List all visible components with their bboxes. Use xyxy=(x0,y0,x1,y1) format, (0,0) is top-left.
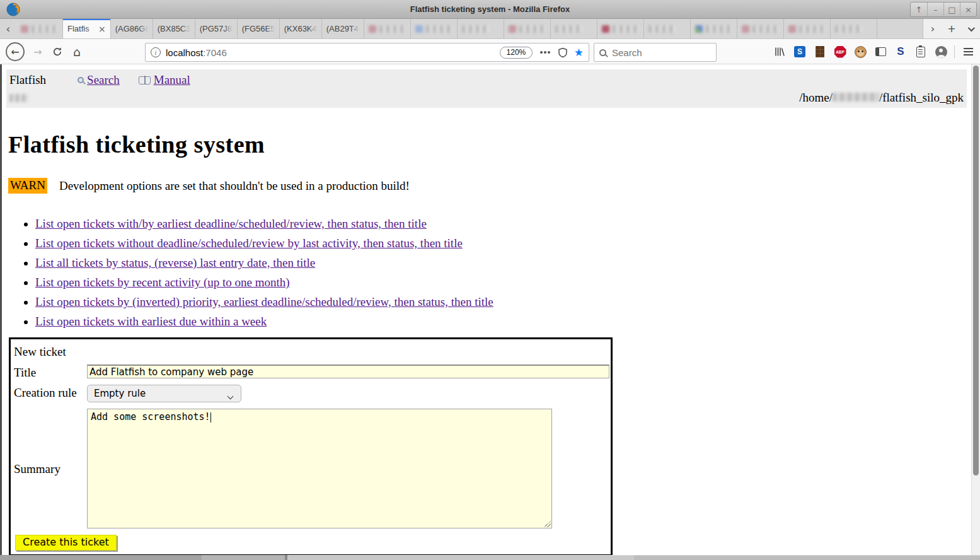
creation-rule-select[interactable]: Empty rule xyxy=(87,385,241,402)
tab-redacted[interactable] xyxy=(458,19,504,38)
tab-redacted[interactable] xyxy=(691,19,737,38)
tab-redacted[interactable] xyxy=(737,19,784,38)
create-ticket-button[interactable]: Create this ticket xyxy=(15,535,117,551)
warning-row: WARN Development options are set that sh… xyxy=(8,178,967,194)
home-icon: ⌂ xyxy=(73,45,81,59)
repository-path: /home//flatfish_silo_gpk xyxy=(799,91,964,105)
navigation-toolbar: ← → ⌂ i localhost:7046 120% ★ xyxy=(0,40,980,64)
tab-active-flatfish[interactable]: Flatfis × xyxy=(63,19,111,38)
reload-button[interactable] xyxy=(48,42,67,61)
firefox-icon xyxy=(6,3,20,16)
search-link[interactable]: Search xyxy=(87,73,120,87)
menu-button[interactable] xyxy=(961,45,975,59)
list-item: List open tickets by recent activity (up… xyxy=(35,276,967,289)
plus-icon: + xyxy=(947,23,955,35)
tab-label: Flatfis xyxy=(67,24,95,33)
close-icon: × xyxy=(965,5,972,15)
scrollbar-thumb[interactable] xyxy=(973,66,979,475)
desktop-edge-strip xyxy=(0,555,980,560)
toolbar-separator xyxy=(954,45,955,58)
site-info-icon[interactable]: i xyxy=(151,47,161,57)
search-bar[interactable] xyxy=(594,43,717,62)
tab-4[interactable]: (FG56E5 xyxy=(238,19,280,38)
tampermonkey-icon[interactable] xyxy=(853,45,867,59)
window-pin-button[interactable]: ↑ xyxy=(911,3,927,16)
adblock-plus-icon[interactable]: ABP xyxy=(833,45,847,59)
ticket-link-4[interactable]: List open tickets by recent activity (up… xyxy=(35,276,290,289)
new-ticket-form: New ticket Title Creation rule Empty rul… xyxy=(9,337,613,556)
tab-redacted[interactable] xyxy=(504,19,551,38)
page-actions-icon[interactable] xyxy=(540,51,550,54)
tab-label: (AB29T4 xyxy=(326,24,359,33)
title-input[interactable] xyxy=(87,365,609,378)
tab-redacted[interactable] xyxy=(364,19,411,38)
manual-link[interactable]: Manual xyxy=(154,73,190,87)
tab-3[interactable]: (PG57J8L xyxy=(195,19,238,38)
window-controls: ↑ – □ × xyxy=(910,2,977,17)
page-scrollbar[interactable] xyxy=(971,64,980,555)
shield-icon[interactable] xyxy=(558,47,568,58)
tab-scroll-left-button[interactable]: ‹ xyxy=(0,19,16,38)
zoom-level-badge[interactable]: 120% xyxy=(500,47,533,59)
window-titlebar: Flatfish ticketing system - Mozilla Fire… xyxy=(0,0,980,19)
tab-label: (KX63K4 xyxy=(284,24,317,33)
stylus-extension-icon[interactable]: S xyxy=(793,45,807,59)
ticket-link-1[interactable]: List open tickets with/by earliest deadl… xyxy=(35,217,427,230)
tab-2[interactable]: (BX85C3 xyxy=(153,19,195,38)
ticket-link-6[interactable]: List open tickets with earliest due with… xyxy=(35,315,267,328)
tab-redacted[interactable] xyxy=(597,19,644,38)
tab-redacted[interactable] xyxy=(16,19,63,38)
redacted-text xyxy=(9,94,28,102)
tab-redacted[interactable] xyxy=(551,19,597,38)
site-brand: Flatfish xyxy=(9,73,46,87)
bookmark-star-icon[interactable]: ★ xyxy=(574,46,584,59)
tabbar-controls: › + xyxy=(923,19,980,38)
forward-icon: → xyxy=(33,46,42,58)
manual-book-icon xyxy=(139,76,151,85)
account-icon[interactable] xyxy=(934,45,948,59)
tab-1[interactable]: (AG86G6 xyxy=(111,19,153,38)
creation-rule-label: Creation rule xyxy=(12,380,87,409)
home-button[interactable]: ⌂ xyxy=(67,42,86,61)
url-bar[interactable]: i localhost:7046 120% ★ xyxy=(145,43,589,62)
tab-redacted[interactable] xyxy=(784,19,831,38)
hamburger-icon xyxy=(964,48,973,55)
s-extension-icon[interactable]: S xyxy=(894,45,908,59)
sidebar-toggle-icon[interactable] xyxy=(873,45,887,59)
summary-textarea[interactable]: Add some screenshots! xyxy=(87,409,552,528)
clipboard-extension-icon[interactable] xyxy=(914,45,928,59)
back-button[interactable]: ← xyxy=(6,42,25,61)
redacted-username xyxy=(833,93,879,102)
window-title: Flatfish ticketing system - Mozilla Fire… xyxy=(0,4,980,14)
library-icon[interactable] xyxy=(773,45,787,59)
tab-close-icon[interactable]: × xyxy=(98,25,106,33)
window-minimize-button[interactable]: – xyxy=(927,3,943,16)
tab-5[interactable]: (KX63K4 xyxy=(280,19,322,38)
list-item: List open tickets with earliest due with… xyxy=(35,315,967,329)
search-input[interactable] xyxy=(612,47,700,58)
tab-redacted[interactable] xyxy=(644,19,691,38)
chevron-right-icon: › xyxy=(931,23,935,35)
maximize-icon: □ xyxy=(948,5,955,15)
pin-icon: ↑ xyxy=(916,5,923,15)
summary-label: Summary xyxy=(12,461,87,476)
resize-grip-icon[interactable] xyxy=(544,520,551,527)
ticket-link-3[interactable]: List all tickets by status, (reverse) la… xyxy=(35,256,315,269)
ticket-link-2[interactable]: List open tickets without deadline/sched… xyxy=(35,236,463,250)
tab-overflow-button[interactable]: › xyxy=(923,19,942,38)
list-item: List open tickets by (inverted) priority… xyxy=(35,295,967,309)
window-maximize-button[interactable]: □ xyxy=(943,3,960,16)
minimize-icon: – xyxy=(933,5,938,15)
new-tab-button[interactable]: + xyxy=(942,19,961,38)
tab-redacted[interactable] xyxy=(411,19,458,38)
browser-window: Flatfish ticketing system - Mozilla Fire… xyxy=(0,0,980,560)
tab-label: (PG57J8L xyxy=(200,24,233,33)
tab-6[interactable]: (AB29T4 xyxy=(322,19,364,38)
window-close-button[interactable]: × xyxy=(960,3,976,16)
tab-redacted[interactable] xyxy=(831,19,877,38)
list-item: List open tickets without deadline/sched… xyxy=(35,236,967,250)
ticket-link-5[interactable]: List open tickets by (inverted) priority… xyxy=(35,295,493,308)
chocolate-extension-icon[interactable] xyxy=(813,45,827,59)
tab-list-dropdown-button[interactable] xyxy=(961,19,980,38)
forward-button[interactable]: → xyxy=(28,42,47,61)
